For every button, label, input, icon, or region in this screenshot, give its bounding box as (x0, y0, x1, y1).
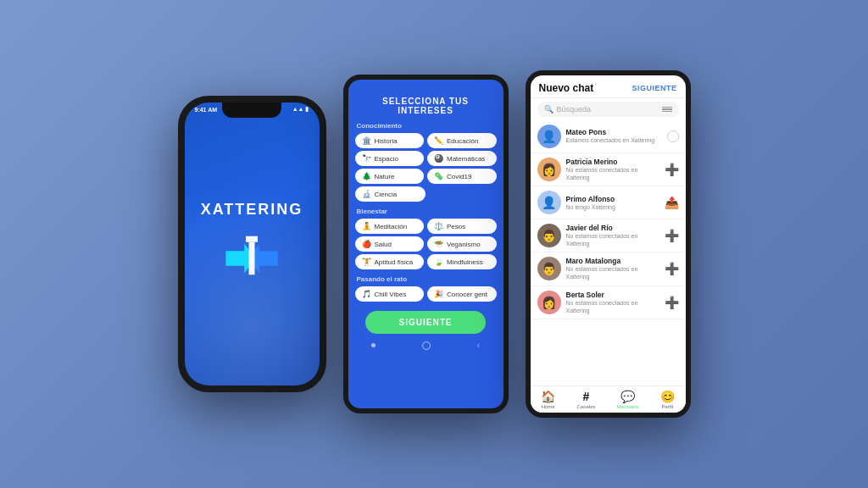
name-maro: Maro Matalonga (566, 257, 659, 265)
mensajes-icon: 💬 (620, 390, 635, 403)
app-name: XATTERING (201, 201, 303, 219)
chat-title: Nuevo chat (539, 82, 594, 94)
search-bar[interactable]: 🔍 Búsqueda (537, 102, 679, 117)
tag-veganismo[interactable]: 🥗Veganismo (427, 236, 497, 252)
section-bienestar: Bienestar 🧘Meditación ⚖️Pesos 🍎Salud 🥗Ve… (348, 206, 504, 274)
grid-bienestar-2: 🍎Salud 🥗Veganismo (355, 236, 497, 252)
tag-salud[interactable]: 🍎Salud (355, 236, 425, 252)
interests-screen: SELECCIONA TUS INTERESES Conocimiento 🏛️… (348, 80, 504, 408)
radio-mateo[interactable] (667, 130, 679, 142)
bottom-nav: 🏠 Home # Canales 💬 Mensajes 😊 Perfil (531, 385, 686, 413)
grid-conocimiento-2: 🔭Espacio 🎱Matemáticas (355, 151, 497, 166)
grid-pasando-1: 🎵Chill Vibes 🎉Conocer gent (355, 286, 497, 302)
add-maro[interactable]: ➕ (665, 262, 679, 275)
tag-pesos[interactable]: ⚖️Pesos (427, 219, 497, 234)
name-javier: Javier del Río (566, 224, 659, 232)
contact-list: 👤 Mateo Pons Estamos conectados en Xatte… (531, 120, 686, 385)
home-icon: 🏠 (541, 390, 555, 403)
info-primo: Primo Alfonso No tengo Xattering (566, 195, 659, 211)
status-berta: No estamos conectados en Xattering (566, 299, 659, 314)
splash-screen: 9:41 AM ▲▲ ▮ XATTERING (185, 103, 320, 385)
status-time: 9:41 AM (195, 107, 218, 113)
mensajes-label: Mensajes (617, 404, 639, 409)
tag-covid[interactable]: 🦠Covid19 (427, 169, 497, 184)
chat-header: Nuevo chat SIGUIENTE (531, 75, 686, 98)
bottom-dot (371, 343, 376, 347)
tag-mindfulness[interactable]: 🍃Mindfulness (427, 254, 497, 269)
svg-rect-1 (249, 241, 255, 274)
contact-item-berta[interactable]: 👩 Berta Soler No estamos conectados en X… (531, 286, 686, 319)
notch (222, 103, 281, 118)
tag-matematicas[interactable]: 🎱Matemáticas (427, 151, 497, 166)
status-icons: ▲▲ ▮ (292, 106, 309, 113)
nav-mensajes[interactable]: 💬 Mensajes (617, 390, 639, 409)
name-patricia: Patricia Merino (566, 158, 659, 166)
interests-title: SELECCIONA TUS INTERESES (348, 86, 504, 120)
perfil-label: Perfil (661, 404, 673, 409)
avatar-maro: 👨 (537, 257, 561, 280)
avatar-patricia: 👩 (537, 158, 561, 181)
menu-icon (662, 107, 672, 113)
avatar-primo: 👤 (537, 191, 561, 214)
avatar-berta: 👩 (537, 291, 561, 314)
tag-conocer[interactable]: 🎉Conocer gent (427, 286, 497, 302)
contact-item-patricia[interactable]: 👩 Patricia Merino No estamos conectados … (531, 153, 686, 186)
tag-aptitud[interactable]: 🏋️Aptitud física (355, 254, 425, 269)
section-title-pasando: Pasando el rato (355, 275, 497, 283)
phone-splash: 9:41 AM ▲▲ ▮ XATTERING (178, 96, 326, 392)
status-patricia: No estamos conectados en Xattering (566, 166, 659, 181)
info-mateo: Mateo Pons Estamos conectados en Xatteri… (566, 128, 662, 144)
avatar-mateo: 👤 (537, 125, 561, 148)
avatar-javier: 👨 (537, 224, 561, 247)
tag-nature[interactable]: 🌲Nature (355, 169, 425, 184)
contact-item-mateo[interactable]: 👤 Mateo Pons Estamos conectados en Xatte… (531, 120, 686, 153)
nav-home[interactable]: 🏠 Home (541, 390, 555, 409)
name-berta: Berta Soler (566, 291, 659, 299)
info-maro: Maro Matalonga No estamos conectados en … (566, 257, 659, 280)
tag-ciencia[interactable]: 🔬Ciencia (355, 186, 426, 202)
grid-conocimiento-3: 🌲Nature 🦠Covid19 (355, 169, 497, 184)
section-title-bienestar: Bienestar (355, 208, 497, 215)
grid-bienestar-3: 🏋️Aptitud física 🍃Mindfulness (355, 254, 497, 269)
tag-meditacion[interactable]: 🧘Meditación (355, 219, 425, 234)
home-label: Home (542, 404, 555, 409)
name-mateo: Mateo Pons (566, 128, 662, 136)
search-icon: 🔍 (544, 105, 554, 114)
add-javier[interactable]: ➕ (665, 229, 679, 242)
grid-bienestar-1: 🧘Meditación ⚖️Pesos (355, 219, 497, 234)
phones-container: 9:41 AM ▲▲ ▮ XATTERING (178, 70, 691, 418)
bottom-circle (422, 341, 431, 350)
info-javier: Javier del Río No estamos conectados en … (566, 224, 659, 247)
add-patricia[interactable]: ➕ (665, 163, 679, 176)
section-conocimiento: Conocimiento 🏛️Historia ✏️Educación 🔭Esp… (348, 120, 504, 206)
status-mateo: Estamos conectados en Xattering (566, 136, 662, 144)
canales-icon: # (583, 390, 590, 403)
siguiente-button[interactable]: SIGUIENTE (365, 311, 487, 334)
grid-conocimiento-1: 🏛️Historia ✏️Educación (355, 133, 497, 148)
section-title-conocimiento: Conocimiento (355, 122, 497, 130)
chat-siguiente-button[interactable]: SIGUIENTE (632, 84, 676, 92)
nav-perfil[interactable]: 😊 Perfil (660, 390, 675, 409)
interests-screen-wrap: SELECCIONA TUS INTERESES Conocimiento 🏛️… (348, 80, 504, 408)
contact-item-primo[interactable]: 👤 Primo Alfonso No tengo Xattering 📤 (531, 186, 686, 219)
contact-item-javier[interactable]: 👨 Javier del Río No estamos conectados e… (531, 219, 686, 252)
chat-screen-wrap: Nuevo chat SIGUIENTE 🔍 Búsqueda 👤 (531, 75, 686, 413)
tag-espacio[interactable]: 🔭Espacio (355, 151, 425, 166)
contact-item-maro[interactable]: 👨 Maro Matalonga No estamos conectados e… (531, 252, 686, 286)
phone-chat: Nuevo chat SIGUIENTE 🔍 Búsqueda 👤 (526, 70, 691, 418)
add-berta[interactable]: ➕ (665, 296, 679, 309)
chat-screen: Nuevo chat SIGUIENTE 🔍 Búsqueda 👤 (531, 75, 686, 413)
info-patricia: Patricia Merino No estamos conectados en… (566, 158, 659, 181)
app-logo (222, 229, 281, 288)
phone-interests: SELECCIONA TUS INTERESES Conocimiento 🏛️… (343, 75, 509, 413)
svg-rect-0 (246, 236, 258, 241)
section-pasando: Pasando el rato 🎵Chill Vibes 🎉Conocer ge… (348, 274, 504, 306)
share-primo[interactable]: 📤 (665, 196, 679, 209)
tag-educacion[interactable]: ✏️Educación (427, 133, 497, 148)
search-placeholder: Búsqueda (557, 105, 659, 114)
tag-historia[interactable]: 🏛️Historia (355, 133, 425, 148)
nav-canales[interactable]: # Canales (576, 390, 595, 409)
status-javier: No estamos conectados en Xattering (566, 232, 659, 247)
splash-bg: 9:41 AM ▲▲ ▮ XATTERING (185, 103, 320, 385)
tag-chill[interactable]: 🎵Chill Vibes (355, 286, 425, 302)
